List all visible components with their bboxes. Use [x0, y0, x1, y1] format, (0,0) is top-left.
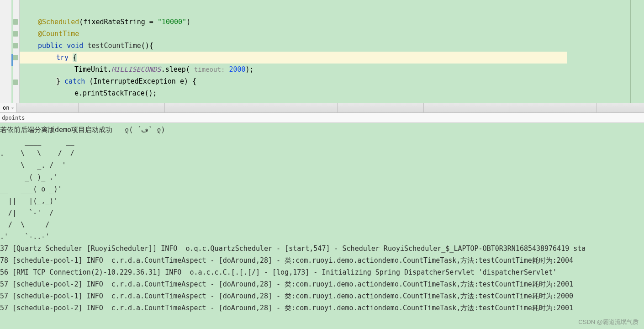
tab-separator [338, 103, 424, 112]
console-output[interactable]: 若依前后端分离版demo项目启动成功 ლ( ´ڡ` ლ) ____ __ . \… [0, 123, 644, 329]
gutter-marker-icon[interactable] [13, 19, 18, 25]
console-line: 37 [Quartz Scheduler [RuoyiScheduler]] I… [0, 243, 644, 255]
console-line: /| `-' / [0, 207, 644, 219]
editor-gutter [0, 0, 20, 103]
tab-separator [597, 103, 644, 112]
parameter-hint: timeout: [194, 66, 225, 73]
code-line[interactable]: e.printStackTrace(); [20, 87, 644, 99]
console-line: / \ / [0, 219, 644, 231]
brace-matched: } [56, 77, 60, 85]
punct: ( [79, 18, 83, 26]
tab-separator [165, 103, 251, 112]
console-line: 57 [schedule-pool-2] INFO c.r.d.a.CountT… [0, 302, 644, 314]
gutter-marker-icon[interactable] [13, 43, 18, 48]
sub-toolbar: dpoints [0, 113, 644, 123]
gutter-bg [0, 0, 11, 103]
code-line[interactable]: public void testCountTime(){ [20, 40, 644, 52]
method-name: testCountTime [87, 42, 141, 50]
console-line: 若依前后端分离版demo项目启动成功 ლ( ´ڡ` ლ) [0, 124, 644, 136]
tab-separator [424, 103, 510, 112]
console-line: .' `-..-' [0, 231, 644, 243]
string-literal: "10000" [158, 18, 186, 26]
editor-scrollbar-track[interactable] [630, 0, 644, 103]
code-line[interactable]: } catch (InterruptedException e) { [20, 75, 644, 87]
console-line: \ _. / ' [0, 159, 644, 171]
watermark-text: CSDN @霸道流氓气质 [578, 318, 639, 326]
number-literal: 2000 [229, 65, 245, 74]
gutter-strip [11, 0, 13, 103]
change-marker-icon [11, 54, 13, 66]
console-line: _( )_ .' [0, 171, 644, 183]
gutter-marker-icon[interactable] [13, 80, 18, 85]
keyword: try [56, 53, 69, 62]
close-icon[interactable]: × [11, 106, 14, 111]
statement: e.printStackTrace(); [74, 89, 157, 97]
catch-clause: (InterruptedException e) { [89, 77, 196, 85]
enum-constant: MILLISECONDS [111, 65, 161, 74]
keyword: catch [64, 77, 85, 85]
console-line: 56 [RMI TCP Connection(2)-10.229.36.31] … [0, 266, 644, 278]
keyword: public [38, 42, 63, 50]
gutter-marker-icon[interactable] [13, 55, 18, 60]
console-line: ____ __ [0, 136, 644, 148]
annotation: @Scheduled [38, 18, 79, 26]
annotation: @CountTime [38, 30, 79, 38]
tab-label: on [3, 105, 9, 111]
console-line: || |(_,_)' [0, 195, 644, 207]
class-ref: TimeUnit. [74, 65, 111, 74]
punct: ); [246, 65, 254, 74]
console-line: __ ___( o _)' [0, 183, 644, 195]
code-content[interactable]: @Scheduled(fixedRateString = "10000") @C… [20, 0, 644, 103]
console-line: 78 [schedule-pool-1] INFO c.r.d.a.CountT… [0, 255, 644, 266]
code-editor[interactable]: @Scheduled(fixedRateString = "10000") @C… [0, 0, 644, 103]
console-line: . \ \ / / [0, 148, 644, 159]
gutter-marker-icon[interactable] [13, 31, 18, 37]
code-line-highlighted[interactable]: try { [20, 52, 567, 64]
attr: fixedRateString = [83, 18, 158, 26]
console-line: 57 [schedule-pool-1] INFO c.r.d.a.CountT… [0, 290, 644, 302]
code-line[interactable]: TimeUnit.MILLISECONDS.sleep( timeout: 20… [20, 64, 644, 75]
tool-tabs-bar: on × [0, 103, 644, 113]
code-line[interactable]: @Scheduled(fixedRateString = "10000") [20, 16, 644, 28]
console-line: 57 [schedule-pool-2] INFO c.r.d.a.CountT… [0, 278, 644, 290]
keyword: void [67, 42, 83, 50]
punct: ) [186, 18, 190, 26]
tab-separator [251, 103, 338, 112]
punct: (){ [141, 42, 153, 50]
tab-run-config[interactable]: on × [0, 103, 17, 112]
tab-separator [510, 103, 596, 112]
brace-matched: { [73, 53, 77, 62]
tab-separator [17, 103, 78, 112]
method-call: .sleep( [161, 65, 194, 74]
tab-separator [79, 103, 165, 112]
code-line[interactable]: @CountTime [20, 28, 644, 40]
sub-label: dpoints [2, 115, 25, 121]
